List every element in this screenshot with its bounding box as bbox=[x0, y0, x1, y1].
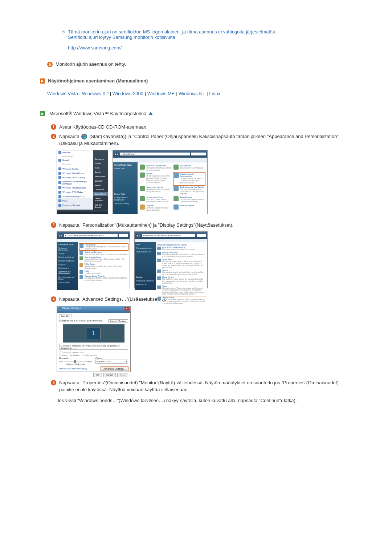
cancel-button[interactable]: Cancel bbox=[103, 373, 116, 377]
inst-1-text: Aseta Käyttöopas-CD CD-ROM-asemaan. bbox=[59, 123, 352, 131]
svg-rect-4 bbox=[85, 137, 86, 138]
extend-desktop-checkbox: ☐ Extend the desktop onto this monitor bbox=[59, 354, 128, 356]
colors-dropdown[interactable]: Highest (32 bit)▾ bbox=[95, 360, 128, 364]
section-title: Näytönohjaimen asentaminen (Manuaalinen) bbox=[48, 78, 148, 84]
inst-badge-4: 4 bbox=[51, 296, 56, 302]
personalization-display-settings[interactable]: Display SettingsAdjust your monitor reso… bbox=[157, 296, 206, 305]
svg-point-0 bbox=[81, 134, 87, 139]
certification-note: ※ Tämä monitorin ajuri on sertifioidun M… bbox=[62, 29, 352, 50]
inst-3-text: Napsauta "Personalization"(Mukauttaminen… bbox=[59, 222, 352, 229]
close-icon[interactable]: ✕ bbox=[124, 307, 129, 311]
inst-badge-5b: 5 bbox=[51, 380, 56, 385]
monitor-1-icon[interactable]: 1 bbox=[87, 328, 101, 339]
svg-rect-2 bbox=[85, 135, 86, 136]
inst-badge-1: 1 bbox=[51, 124, 56, 130]
svg-rect-3 bbox=[82, 137, 84, 138]
os-links-row: Windows Vista | Windows XP | Windows 200… bbox=[47, 91, 352, 96]
inst-5-text: Napsauta "Properties"(Ominaisuudet) "Mon… bbox=[59, 379, 352, 393]
advanced-settings-button[interactable]: Advanced Settings… bbox=[101, 367, 128, 371]
inst-2-text: Napsauta (Start(Käynnistä)) ja "Control … bbox=[59, 133, 352, 147]
vista-heading: Microsoft® Windows Vista™ Käyttöjärjeste… bbox=[49, 111, 146, 116]
manual-install-section-header: ▶ Näytönohjaimen asentaminen (Manuaaline… bbox=[40, 78, 352, 84]
inst-badge-3: 3 bbox=[51, 222, 56, 228]
step5-text: Monitorin ajurin asennus on tehty. bbox=[56, 61, 126, 67]
screenshot-start-menu: Internet Internet Explorer E-mail Window… bbox=[57, 150, 108, 214]
link-windows-me[interactable]: Windows ME bbox=[147, 91, 175, 96]
svg-rect-1 bbox=[82, 135, 84, 136]
monitor-arrangement-area[interactable]: 1 bbox=[63, 324, 124, 343]
ok-button[interactable]: OK bbox=[93, 373, 102, 377]
resolution-slider[interactable] bbox=[64, 361, 87, 362]
cp-appearance-personalization[interactable]: Appearance and PersonalizationChange des… bbox=[173, 173, 205, 185]
start-menu-control-panel[interactable]: Control Panel bbox=[93, 192, 108, 196]
star-bullet-icon: ※ bbox=[62, 29, 66, 50]
appearance-personalization-item[interactable]: PersonalizationChange desktop background… bbox=[79, 244, 128, 250]
screenshot-display-settings: 💻 Display Settings ✕ Monitor Drag the ic… bbox=[57, 306, 131, 372]
link-windows-2000[interactable]: Windows 2000 bbox=[113, 91, 143, 96]
inst-badge-2: 2 bbox=[51, 134, 56, 139]
inst-5b-text: Jos viesti "Windows needs…"(Windows tarv… bbox=[57, 397, 352, 404]
section-arrow-icon: ▶ bbox=[40, 78, 45, 84]
main-monitor-checkbox: ☐ This is my main monitor bbox=[59, 351, 128, 353]
best-display-help-link[interactable]: How do I get the best display? bbox=[59, 368, 88, 370]
link-windows-nt[interactable]: Windows NT bbox=[179, 91, 205, 96]
apply-button: Apply bbox=[117, 373, 128, 377]
screenshot-personalization-panel: ◀ ▶ ▸ Appearance and Personalization ▸ P… bbox=[134, 231, 208, 288]
subsection-arrow-icon: ▶ bbox=[40, 111, 45, 116]
resolution-value: 1280 by 1024 pixels bbox=[59, 363, 92, 365]
screenshot-appearance-panel: ◀ ▶ ▸ Control Panel ▸ Appearance and Per… bbox=[57, 231, 130, 288]
windows-start-orb-icon bbox=[81, 134, 87, 139]
link-windows-xp[interactable]: Windows XP bbox=[82, 91, 109, 96]
link-windows-vista[interactable]: Windows Vista bbox=[47, 91, 78, 96]
screenshot-control-panel: ◀ ▶ ▸ Control Panel ▸ Control Panel Home… bbox=[113, 150, 208, 214]
note-line2: Sertifioitu ajuri löytyy Samsung monitor… bbox=[68, 35, 276, 40]
collapse-caret-icon[interactable] bbox=[148, 112, 153, 115]
tab-monitor[interactable]: Monitor bbox=[59, 314, 72, 318]
note-line1: Tämä monitorin ajuri on sertifioidun MS-… bbox=[68, 29, 276, 35]
step-badge-5: 5 bbox=[47, 62, 53, 67]
monitor-select-dropdown[interactable]: 1. (Multiple Monitors) on NVIDIA GeForce… bbox=[59, 344, 128, 350]
samsung-url-link[interactable]: http://www.samsung.com/ bbox=[68, 45, 276, 50]
link-linux[interactable]: Linux bbox=[209, 91, 220, 96]
identify-monitors-button[interactable]: Identify Monitors bbox=[109, 319, 128, 323]
